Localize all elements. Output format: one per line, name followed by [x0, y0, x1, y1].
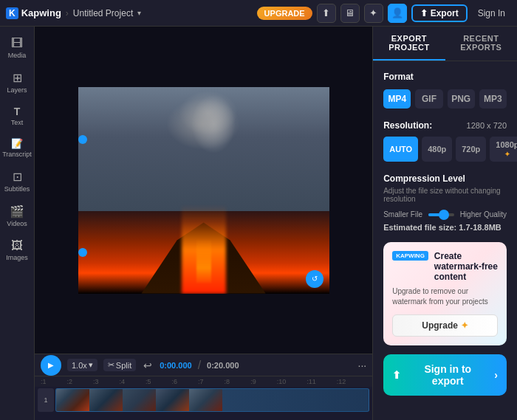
watermark-card: KAPWING Create watermark-free content Up…: [383, 242, 507, 345]
ruler-12: :12: [337, 378, 346, 385]
clips-container: [55, 388, 369, 412]
resolution-row: Resolution: 1280 x 720: [383, 120, 507, 131]
ruler-1: :1: [41, 378, 47, 385]
ruler-4: :4: [120, 378, 126, 385]
compression-slider[interactable]: [428, 213, 454, 216]
content-area: ↺ ▶ 1.0x ▾ ✂ Split ↩ 0:00.000 / 0:20.000…: [35, 27, 372, 420]
media-icon: 🎞: [11, 37, 23, 50]
logo[interactable]: K Kapwing: [6, 7, 61, 19]
sidebar-item-media-label: Media: [8, 52, 27, 59]
share-icon[interactable]: ⬆: [317, 4, 336, 23]
layers-icon: ⊞: [13, 71, 22, 85]
sidebar-item-media[interactable]: 🎞 Media: [0, 32, 34, 63]
video-preview-area: ↺: [35, 27, 372, 354]
track-label: 1: [38, 388, 54, 412]
speed-value: 1.0x: [72, 361, 87, 370]
current-time: 0:00.000: [160, 361, 191, 370]
slider-left-label: Smaller File: [383, 210, 422, 218]
pro-badge-1080: ✦: [504, 151, 510, 158]
timeline-controls: ▶ 1.0x ▾ ✂ Split ↩ 0:00.000 / 0:20.000 ·…: [35, 354, 372, 376]
ruler-6: :6: [172, 378, 178, 385]
track-ruler: :1 :2 :3 :4 :5 :6 :7 :8 :9 :10 :11 :12: [35, 376, 372, 387]
split-button[interactable]: ✂ Split: [103, 359, 136, 371]
breadcrumb-sep: ›: [66, 8, 69, 18]
clip-1-thumb: [56, 389, 89, 411]
split-icon: ✂: [108, 360, 114, 370]
sidebar-item-images-label: Images: [6, 254, 28, 261]
slider-thumb[interactable]: [439, 210, 449, 220]
signin-export-button[interactable]: ⬆ Sign in to export ›: [383, 354, 507, 396]
ruler-10: :10: [277, 378, 287, 385]
export-upload-icon: ⬆: [420, 8, 428, 18]
video-frame: [78, 87, 329, 294]
handle-bottom[interactable]: [78, 248, 87, 257]
total-time: 0:20.000: [207, 361, 239, 370]
format-label: Format: [383, 72, 507, 82]
sidebar-item-videos-label: Videos: [7, 220, 27, 227]
panel-tabs: EXPORT PROJECT RECENT EXPORTS: [373, 27, 517, 61]
sidebar-item-text[interactable]: T Text: [0, 101, 34, 131]
export-button[interactable]: ⬆ Export: [411, 4, 468, 22]
text-icon: T: [14, 106, 21, 117]
format-mp4-button[interactable]: MP4: [383, 89, 411, 109]
format-mp3-button[interactable]: MP3: [479, 89, 507, 109]
split-label: Split: [116, 361, 131, 370]
res-auto-button[interactable]: AUTO: [383, 137, 418, 162]
transcript-icon: 📝: [11, 138, 23, 149]
sidebar: 🎞 Media ⊞ Layers T Text 📝 Transcript ⊡ S…: [0, 27, 35, 420]
format-gif-button[interactable]: GIF: [415, 89, 442, 109]
tab-export-project[interactable]: EXPORT PROJECT: [373, 27, 445, 61]
ruler-8: :8: [225, 378, 230, 385]
signin-export-label: Sign in to export: [407, 363, 488, 387]
time-sep: /: [198, 359, 201, 372]
sidebar-item-subtitles[interactable]: ⊡ Subtitles: [0, 165, 34, 197]
watermark-desc: Upgrade to remove our watermark from you…: [392, 286, 498, 307]
signin-top-button[interactable]: Sign In: [472, 6, 511, 21]
resolution-label: Resolution:: [383, 120, 432, 131]
seek-icon[interactable]: ↺: [306, 270, 323, 288]
format-png-button[interactable]: PNG: [448, 89, 475, 109]
watermark-header: KAPWING Create watermark-free content: [392, 251, 498, 282]
play-button[interactable]: ▶: [41, 355, 61, 376]
res-480p-button[interactable]: 480p: [422, 137, 452, 162]
res-720p-button[interactable]: 720p: [456, 137, 486, 162]
project-chevron[interactable]: ▾: [137, 9, 141, 17]
speed-button[interactable]: 1.0x ▾: [67, 359, 97, 371]
sidebar-item-videos[interactable]: 🎬 Videos: [0, 200, 34, 232]
compression-desc: Adjust the file size without changing re…: [383, 187, 507, 203]
timeline: ▶ 1.0x ▾ ✂ Split ↩ 0:00.000 / 0:20.000 ·…: [35, 354, 372, 420]
more-button[interactable]: ···: [358, 359, 367, 371]
signin-export-upload-icon: ⬆: [392, 369, 401, 381]
tab-recent-exports[interactable]: RECENT EXPORTS: [445, 27, 517, 61]
clip-1[interactable]: [55, 388, 369, 412]
display-icon[interactable]: 🖥: [340, 4, 360, 23]
undo-button[interactable]: ↩: [142, 358, 154, 373]
file-size-value-text: 1.7-18.8MB: [459, 223, 501, 232]
file-size-row: Estimated file size: 1.7-18.8MB: [383, 223, 507, 232]
right-panel: EXPORT PROJECT RECENT EXPORTS Format MP4…: [372, 27, 517, 420]
resolution-buttons: AUTO 480p 720p 1080p ✦ 4K ✦: [383, 137, 507, 162]
watermark-title: Create watermark-free content: [434, 251, 498, 282]
sidebar-item-images[interactable]: 🖼 Images: [0, 235, 34, 266]
sidebar-item-transcript-label: Transcript: [2, 151, 32, 158]
sidebar-item-text-label: Text: [11, 119, 24, 126]
handle-top[interactable]: [78, 135, 87, 144]
export-label: Export: [431, 8, 459, 18]
ruler-2: :2: [67, 378, 73, 385]
panel-body: Format MP4 GIF PNG MP3 Resolution: 1280 …: [373, 61, 517, 420]
sidebar-item-transcript[interactable]: 📝 Transcript: [0, 134, 34, 162]
sidebar-item-layers-label: Layers: [7, 86, 27, 94]
user-icon[interactable]: 👤: [388, 4, 407, 23]
ruler-9: :9: [250, 378, 256, 385]
ruler-11: :11: [307, 378, 316, 385]
upgrade-watermark-button[interactable]: Upgrade ✦: [392, 314, 498, 337]
project-name[interactable]: Untitled Project: [73, 8, 133, 18]
topbar: K Kapwing › Untitled Project ▾ UPGRADE ⬆…: [0, 0, 517, 27]
magic-icon[interactable]: ✦: [364, 4, 383, 23]
res-1080p-button[interactable]: 1080p ✦: [490, 137, 517, 162]
upgrade-button[interactable]: UPGRADE: [257, 7, 312, 20]
compression-slider-row: Smaller File Higher Quality: [383, 210, 507, 218]
sidebar-item-layers[interactable]: ⊞ Layers: [0, 66, 34, 98]
app-name: Kapwing: [21, 7, 61, 18]
ruler-7: :7: [198, 378, 204, 385]
